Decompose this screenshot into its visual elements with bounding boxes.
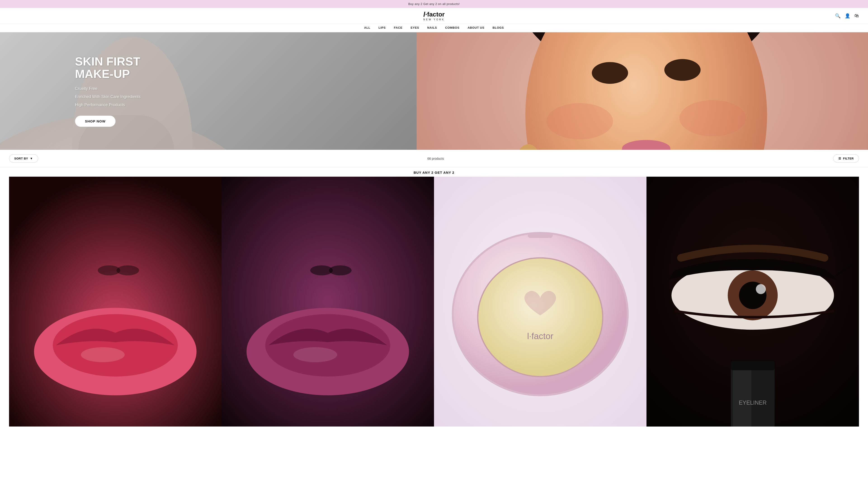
svg-point-27 — [329, 265, 352, 275]
feature-1: Cruelty Free — [75, 85, 141, 93]
nav-about-us[interactable]: ABOUT US — [468, 26, 485, 29]
svg-point-24 — [266, 314, 391, 377]
logo-main: l· factor — [423, 11, 445, 18]
cart-icon[interactable]: 🛍 — [855, 13, 859, 18]
logo-factor-text: factor — [427, 11, 445, 18]
product-card-1[interactable] — [9, 177, 221, 427]
svg-point-8 — [592, 62, 628, 84]
announcement-text: Buy any 2 Get any 2 on all products! — [408, 2, 460, 6]
search-icon[interactable]: 🔍 — [835, 13, 841, 19]
nav-lips[interactable]: LIPS — [378, 26, 385, 29]
shop-now-button[interactable]: SHOP NOW — [75, 116, 116, 127]
feature-3: High Performance Products — [75, 101, 141, 109]
svg-point-18 — [53, 314, 178, 377]
product-grid: l·factor — [0, 177, 868, 427]
filter-icon: ☰ — [838, 157, 841, 160]
svg-text:l·factor: l·factor — [527, 331, 553, 341]
header-icons: 🔍 👤 🛍 — [835, 13, 859, 19]
products-bar: SORT BY ▼ 66 products ☰ FILTER — [0, 150, 868, 167]
filter-label: FILTER — [843, 157, 854, 160]
hero-text-block: SKIN FIRST MAKE-UP Cruelty Free Enriched… — [0, 55, 141, 127]
svg-rect-32 — [528, 233, 553, 238]
sort-by-button[interactable]: SORT BY ▼ — [9, 154, 38, 163]
sort-by-label: SORT BY — [14, 157, 28, 160]
svg-point-12 — [547, 103, 613, 139]
product-image-3: l·factor — [434, 177, 647, 427]
nav-combos[interactable]: COMBOS — [445, 26, 459, 29]
products-count: 66 products — [428, 157, 444, 160]
nav-blogs[interactable]: BLOGS — [493, 26, 504, 29]
product-card-4[interactable]: EYELINER — [647, 177, 859, 427]
feature-2: Enriched With Skin Care Ingredients — [75, 93, 141, 101]
filter-button[interactable]: ☰ FILTER — [833, 154, 859, 163]
svg-point-13 — [680, 100, 746, 136]
product-image-1 — [9, 177, 221, 427]
logo[interactable]: l· factor NEW YORK — [423, 11, 445, 21]
svg-point-21 — [117, 265, 139, 275]
svg-rect-40 — [731, 361, 775, 370]
header: l· factor NEW YORK 🔍 👤 🛍 — [0, 8, 868, 24]
promo-label: BUY ANY 2 GET ANY 2 — [0, 167, 868, 177]
svg-point-25 — [293, 347, 337, 362]
logo-l-letter: l· — [423, 11, 427, 18]
nav-nails[interactable]: NAILS — [427, 26, 437, 29]
svg-rect-39 — [733, 364, 752, 426]
hero-title: SKIN FIRST MAKE-UP — [75, 55, 141, 80]
hero-features: Cruelty Free Enriched With Skin Care Ing… — [75, 85, 141, 109]
logo-subtitle: NEW YORK — [423, 18, 445, 21]
chevron-down-icon: ▼ — [30, 157, 33, 160]
hero-left-panel: SKIN FIRST MAKE-UP Cruelty Free Enriched… — [0, 32, 416, 150]
svg-text:EYELINER: EYELINER — [739, 399, 767, 406]
product-image-2 — [221, 177, 434, 427]
product-card-2[interactable] — [221, 177, 434, 427]
hero-section: SKIN FIRST MAKE-UP Cruelty Free Enriched… — [0, 32, 868, 150]
nav-face[interactable]: FACE — [394, 26, 403, 29]
announcement-bar: Buy any 2 Get any 2 on all products! — [0, 0, 868, 8]
account-icon[interactable]: 👤 — [845, 13, 850, 19]
svg-point-30 — [478, 258, 603, 377]
hero-right-panel — [416, 32, 868, 150]
svg-point-19 — [81, 347, 125, 362]
nav-all[interactable]: ALL — [364, 26, 370, 29]
svg-point-9 — [664, 59, 701, 80]
product-image-4: EYELINER — [647, 177, 859, 427]
nav-eyes[interactable]: EYES — [410, 26, 419, 29]
main-nav: ALL LIPS FACE EYES NAILS COMBOS ABOUT US… — [0, 24, 868, 32]
product-card-3[interactable]: l·factor — [434, 177, 647, 427]
svg-point-37 — [756, 284, 766, 294]
